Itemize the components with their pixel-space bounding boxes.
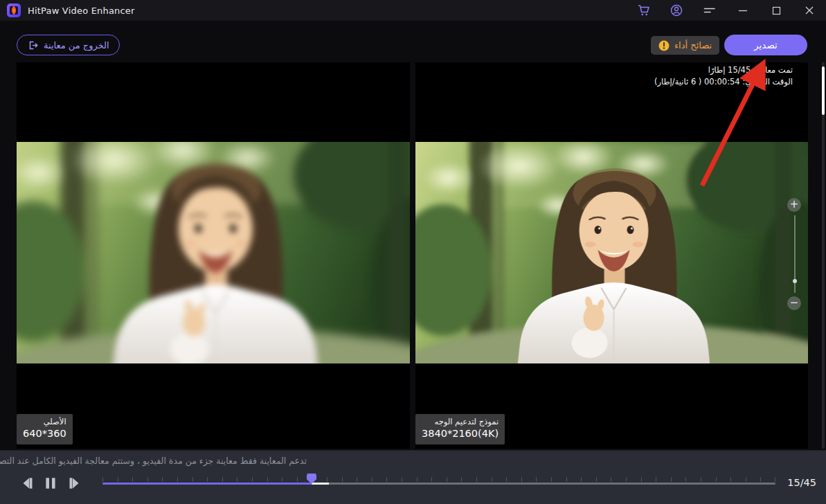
original-resolution: 640*360	[23, 427, 66, 440]
enhanced-preview-panel	[415, 62, 808, 449]
timeline-remaining	[329, 483, 775, 485]
original-preview-panel	[17, 62, 410, 449]
menu-icon[interactable]	[693, 0, 726, 21]
processing-status: تمت معالجة 15/45 إطارًا الوقت المتبقي: 0…	[654, 64, 793, 88]
enhanced-video-preview	[415, 142, 808, 363]
exit-preview-icon	[27, 39, 39, 51]
step-backward-icon[interactable]	[19, 476, 35, 491]
original-video-preview	[17, 142, 410, 363]
zoom-in-icon[interactable]: +	[787, 198, 801, 212]
minimize-icon[interactable]	[726, 0, 760, 21]
step-forward-icon[interactable]	[67, 476, 82, 491]
time-remaining-text: الوقت المتبقي: 00:00:54 ( 6 ثانية/إطار)	[654, 76, 793, 88]
exit-preview-button[interactable]: الخروج من معاينة	[17, 35, 120, 55]
timeline-processed	[312, 483, 329, 485]
player-bar: تدعم المعاينة فقط معاينة جزء من مدة الفي…	[0, 450, 826, 504]
cart-icon[interactable]	[627, 0, 660, 21]
user-account-icon[interactable]	[660, 0, 693, 21]
performance-tips-label: نصائح أداء	[674, 40, 712, 51]
preview-notice: تدعم المعاينة فقط معاينة جزء من مدة الفي…	[0, 456, 307, 466]
app-logo-icon	[7, 3, 21, 17]
export-button[interactable]: تصدير	[724, 35, 807, 55]
enhanced-model-label: نموذج لتدعيم الوجه	[422, 417, 499, 427]
frame-counter: 15/45	[787, 477, 816, 488]
exit-preview-label: الخروج من معاينة	[44, 40, 109, 51]
pause-icon[interactable]	[43, 476, 58, 491]
hitpaw-video-enhancer-window: { "titlebar": { "title": "HitPaw Video E…	[0, 0, 826, 504]
warning-icon	[658, 40, 670, 51]
frames-processed-text: تمت معالجة 15/45 إطارًا	[654, 64, 793, 76]
zoom-slider[interactable]	[794, 215, 796, 293]
close-icon[interactable]	[793, 0, 826, 21]
titlebar: HitPaw Video Enhancer	[0, 0, 826, 21]
original-label-box: الأصلي 640*360	[17, 414, 73, 444]
zoom-out-icon[interactable]: −	[787, 296, 801, 310]
scrollbar-track	[822, 62, 825, 449]
maximize-icon[interactable]	[760, 0, 793, 21]
zoom-control: + −	[787, 198, 802, 310]
performance-tips-button[interactable]: نصائح أداء	[651, 36, 719, 55]
scrollbar-thumb[interactable]	[822, 66, 825, 115]
original-label: الأصلي	[23, 417, 66, 427]
zoom-slider-thumb[interactable]	[793, 279, 797, 283]
enhanced-resolution: 3840*2160(4K)	[422, 427, 499, 440]
timeline-slider[interactable]	[102, 471, 775, 488]
frame-ticks	[102, 477, 775, 482]
enhanced-label-box: نموذج لتدعيم الوجه 3840*2160(4K)	[415, 414, 505, 444]
timeline-played	[102, 483, 312, 485]
frame-tick-end	[775, 477, 775, 482]
app-title: HitPaw Video Enhancer	[28, 6, 135, 16]
